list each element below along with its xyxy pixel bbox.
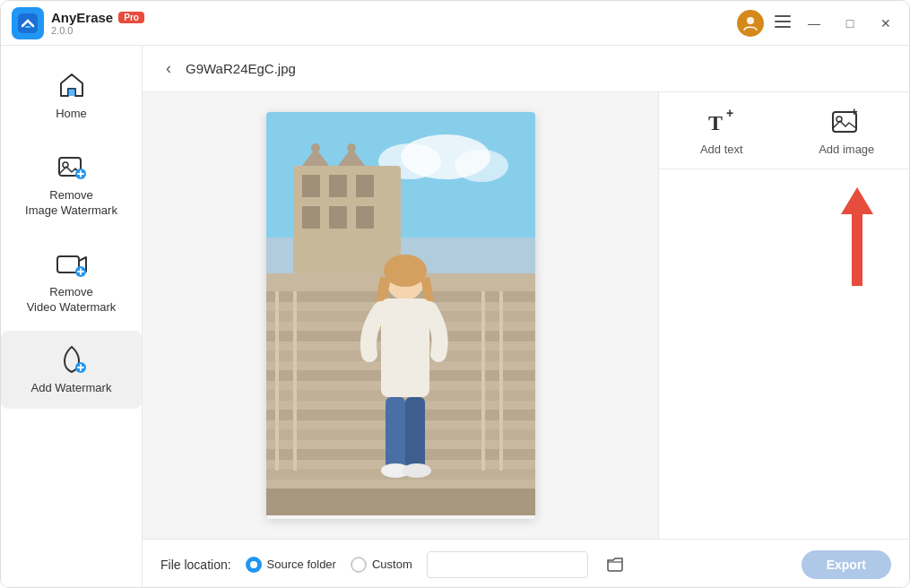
tab-add-text-label: Add text — [700, 143, 743, 156]
minimize-button[interactable]: — — [802, 11, 827, 36]
title-bar-right: — □ ✕ — [737, 10, 898, 37]
svg-rect-22 — [302, 206, 320, 229]
svg-rect-1 — [25, 26, 30, 28]
add-watermark-icon — [56, 343, 88, 376]
svg-rect-19 — [302, 175, 320, 197]
remove-video-icon — [56, 247, 88, 280]
sidebar: Home RemoveImage Watermark RemoveVideo W… — [1, 46, 143, 588]
remove-image-icon — [56, 151, 88, 183]
tab-add-image[interactable]: + Add image — [784, 92, 910, 169]
arrow-area — [659, 169, 909, 539]
file-location: File location: Source folder Custom — [160, 551, 628, 578]
source-folder-radio[interactable] — [246, 557, 262, 573]
svg-rect-21 — [356, 175, 374, 197]
title-bar: AnyErase Pro 2.0.0 — □ ✕ — [1, 1, 909, 46]
pro-badge: Pro — [118, 12, 144, 23]
menu-icon[interactable] — [775, 15, 791, 31]
bottom-bar: File location: Source folder Custom — [143, 539, 909, 588]
svg-rect-40 — [266, 489, 535, 515]
export-button[interactable]: Export — [802, 550, 891, 579]
filename-label: G9WaR24EgC.jpg — [186, 61, 296, 76]
app-icon — [12, 7, 44, 39]
svg-rect-49 — [405, 397, 425, 469]
svg-rect-5 — [775, 26, 791, 28]
maximize-button[interactable]: □ — [837, 11, 862, 36]
custom-label: Custom — [372, 558, 412, 571]
sidebar-item-add-watermark-label: Add Watermark — [31, 381, 112, 396]
preview-image-svg — [266, 112, 535, 515]
custom-option[interactable]: Custom — [351, 557, 412, 573]
svg-rect-42 — [293, 291, 297, 471]
arrow-head — [841, 187, 873, 214]
app-name-row: AnyErase Pro — [51, 10, 144, 25]
arrow-shaft — [852, 214, 862, 286]
svg-rect-3 — [775, 15, 791, 17]
svg-point-2 — [747, 17, 754, 24]
sidebar-item-home-label: Home — [56, 107, 87, 122]
browse-folder-button[interactable] — [602, 552, 628, 577]
title-bar-left: AnyErase Pro 2.0.0 — [12, 7, 144, 39]
panel-tabs: T + Add text + Add image — [659, 92, 909, 169]
arrow-up-indicator — [841, 187, 873, 286]
app-version: 2.0.0 — [51, 25, 144, 36]
custom-radio[interactable] — [351, 557, 367, 573]
add-image-tab-icon: + — [831, 107, 862, 137]
sidebar-item-home[interactable]: Home — [1, 56, 142, 134]
app-name-block: AnyErase Pro 2.0.0 — [51, 10, 144, 36]
tab-add-text[interactable]: T + Add text — [659, 92, 784, 169]
custom-path-input[interactable] — [427, 551, 588, 578]
right-panel: T + Add text + Add image — [658, 92, 909, 539]
source-folder-label: Source folder — [267, 558, 336, 571]
svg-rect-6 — [68, 89, 75, 96]
svg-text:+: + — [726, 107, 733, 120]
image-preview — [266, 112, 535, 519]
content-area: ‹ G9WaR24EgC.jpg — [143, 46, 909, 588]
svg-rect-23 — [329, 206, 347, 229]
user-avatar[interactable] — [737, 10, 764, 37]
svg-point-46 — [384, 255, 427, 287]
svg-rect-41 — [275, 291, 279, 471]
app-name-text: AnyErase — [51, 10, 113, 25]
close-button[interactable]: ✕ — [873, 11, 898, 36]
folder-icon — [606, 557, 624, 573]
svg-text:T: T — [708, 111, 723, 134]
svg-rect-24 — [356, 206, 374, 229]
sidebar-item-remove-image-label: RemoveImage Watermark — [25, 188, 117, 219]
svg-rect-0 — [18, 13, 38, 33]
content-body: T + Add text + Add image — [143, 92, 909, 539]
add-text-tab-icon: T + — [706, 107, 737, 137]
canvas-area — [143, 92, 658, 539]
svg-point-17 — [455, 150, 508, 182]
svg-point-28 — [347, 143, 356, 152]
sidebar-item-remove-video-watermark[interactable]: RemoveVideo Watermark — [1, 235, 142, 328]
svg-text:+: + — [851, 107, 858, 118]
svg-rect-43 — [481, 291, 485, 471]
file-location-label: File location: — [160, 558, 231, 572]
svg-rect-4 — [775, 21, 791, 22]
svg-point-27 — [311, 143, 320, 152]
source-folder-option[interactable]: Source folder — [246, 557, 336, 573]
sidebar-item-remove-image-watermark[interactable]: RemoveImage Watermark — [1, 138, 142, 231]
main-layout: Home RemoveImage Watermark RemoveVideo W… — [1, 46, 909, 588]
svg-rect-20 — [329, 175, 347, 197]
sidebar-item-remove-video-label: RemoveVideo Watermark — [27, 285, 117, 316]
radio-inner — [250, 561, 257, 568]
svg-rect-47 — [381, 298, 429, 397]
content-header: ‹ G9WaR24EgC.jpg — [143, 46, 909, 92]
svg-rect-48 — [386, 397, 405, 469]
svg-rect-44 — [499, 291, 503, 471]
home-icon — [56, 69, 88, 101]
svg-point-51 — [403, 463, 431, 478]
sidebar-item-add-watermark[interactable]: Add Watermark — [1, 331, 142, 409]
back-button[interactable]: ‹ — [160, 57, 177, 80]
tab-add-image-label: Add image — [819, 143, 874, 156]
